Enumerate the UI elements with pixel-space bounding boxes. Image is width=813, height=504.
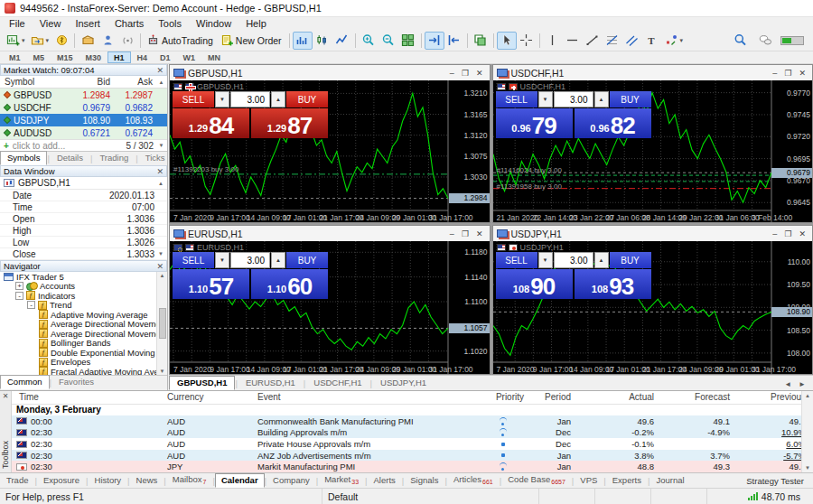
menu-item-file[interactable]: File (2, 18, 33, 29)
buy-price[interactable]: 1.1060 (251, 269, 328, 299)
timeframe-m15[interactable]: M15 (51, 51, 79, 63)
navigator-item[interactable]: ƒBollinger Bands (0, 339, 167, 349)
column-header-event[interactable]: Event (257, 392, 477, 402)
line-chart-mode-button[interactable] (332, 32, 352, 50)
menu-item-tools[interactable]: Tools (151, 18, 189, 29)
signals-broadcast-button[interactable] (117, 32, 137, 50)
market-watch-add-row[interactable]: + click to add... 5 / 302 ▼ (0, 139, 167, 151)
strategy-tester-link[interactable]: Strategy Tester (737, 476, 813, 488)
calendar-row[interactable]: 02:30AUDANZ Job Advertisements m/mJan3.8… (12, 450, 813, 462)
navigator-scrollbar[interactable]: ▲▼ (156, 272, 167, 375)
sell-price[interactable]: 1.2984 (173, 108, 249, 138)
chart-window-titlebar[interactable]: USDJPY,H1–❐✕ (493, 226, 813, 241)
column-header-priority[interactable]: Priority (477, 392, 529, 402)
sell-button[interactable]: SELL (496, 252, 537, 268)
bar-chart-mode-button[interactable] (293, 32, 313, 50)
close-icon[interactable]: ✕ (156, 66, 164, 75)
scroll-right-icon[interactable]: ► (799, 380, 806, 388)
chart-tab-usdchf[interactable]: USDCHF,H1 (305, 376, 369, 390)
column-header-actual[interactable]: Actual (571, 392, 654, 402)
timeframe-d1[interactable]: D1 (154, 51, 177, 63)
navigator-item[interactable]: -ƒTrend (0, 301, 167, 311)
chart-plot[interactable]: EURUSD,H1SELL▼3.00▲BUY1.10571.10601.1180… (170, 241, 490, 374)
toolbox-tab-articles[interactable]: Articles661 (447, 472, 500, 488)
calendar-scrollbar[interactable]: ▲ ▼ (801, 391, 813, 472)
toolbox-tab-market[interactable]: Market33 (318, 472, 365, 488)
connection-status[interactable]: 48.70 ms (706, 489, 813, 504)
volume-down-button[interactable]: ▼ (215, 252, 229, 268)
market-watch-row-gbpusd[interactable]: GBPUSD1.29841.2987 (0, 89, 167, 101)
collapse-icon[interactable]: - (15, 292, 23, 300)
minimize-button[interactable]: – (772, 69, 777, 78)
scroll-down-icon[interactable]: ▼ (158, 251, 164, 257)
new-chart-button[interactable]: ▾ (4, 32, 28, 50)
community-button[interactable] (98, 32, 117, 50)
scroll-up-icon[interactable]: ▲ (158, 181, 167, 186)
scroll-up-icon[interactable]: ▲ (805, 393, 810, 398)
new-order-button[interactable]: New Order (218, 32, 286, 50)
market-watch-tab-ticks[interactable]: Ticks (138, 151, 167, 165)
scrollbar-thumb[interactable] (159, 308, 166, 339)
autotrading-button[interactable]: AutoTrading (144, 32, 218, 50)
sell-button[interactable]: SELL (173, 252, 214, 268)
sell-button[interactable]: SELL (173, 91, 214, 107)
data-folder-button[interactable] (78, 32, 98, 50)
buy-price[interactable]: 0.9682 (575, 108, 651, 138)
market-watch-tab-trading[interactable]: Trading (92, 151, 136, 165)
toolbox-tab-company[interactable]: Company (266, 473, 316, 488)
buy-button[interactable]: BUY (286, 252, 328, 268)
volume-up-button[interactable]: ▲ (271, 91, 285, 107)
close-button[interactable]: ✕ (476, 69, 483, 78)
toolbox-tab-trade[interactable]: Trade (0, 473, 34, 488)
timeframe-h4[interactable]: H4 (131, 51, 154, 63)
market-watch-tab-symbols[interactable]: Symbols (0, 151, 47, 165)
volume-up-button[interactable]: ▲ (594, 252, 609, 268)
calendar-row[interactable]: 02:30AUDBuilding Approvals m/mDec-0.2%-4… (12, 427, 813, 439)
volume-up-button[interactable]: ▲ (594, 91, 609, 107)
text-tool-button[interactable]: T (642, 32, 662, 50)
toolbox-tab-journal[interactable]: Journal (649, 473, 690, 488)
toolbox-tab-code-base[interactable]: Code Base6657 (501, 472, 572, 488)
toolbox-tab-signals[interactable]: Signals (404, 473, 444, 488)
channel-tool-button[interactable] (622, 32, 642, 50)
calendar-row[interactable]: 02:30JPYMarkit Manufacturing PMIJan48.84… (12, 461, 813, 472)
column-header-symbol[interactable]: Symbol (0, 77, 70, 87)
buy-button[interactable]: BUY (610, 252, 651, 268)
menu-item-help[interactable]: Help (238, 18, 274, 29)
navigator-item[interactable]: ƒAverage Directional Movement (0, 329, 167, 339)
chart-plot[interactable]: GBPUSD,H1SELL▼3.00▲BUY1.29841.29871.3210… (170, 80, 490, 222)
candlestick-mode-button[interactable] (313, 32, 332, 50)
arrange-charts-button[interactable] (471, 32, 491, 50)
menu-item-charts[interactable]: Charts (107, 18, 151, 29)
navigator-item[interactable]: ƒEnvelopes (0, 358, 167, 368)
close-button[interactable]: ✕ (799, 69, 806, 78)
scroll-down-icon[interactable]: ▼ (805, 465, 810, 471)
trendline-tool-button[interactable] (583, 32, 603, 50)
chart-window-titlebar[interactable]: GBPUSD,H1–❐✕ (170, 65, 490, 80)
buy-price[interactable]: 10893 (575, 269, 651, 299)
navigator-item[interactable]: ƒAdaptive Moving Average (0, 310, 167, 320)
fibonacci-tool-button[interactable] (603, 32, 622, 50)
toolbox-tab-mailbox[interactable]: Mailbox7 (166, 472, 213, 488)
chart-tab-eurusd[interactable]: EURUSD,H1 (238, 376, 304, 390)
sell-button[interactable]: SELL (496, 91, 537, 107)
scroll-down-icon[interactable]: ▼ (155, 143, 167, 148)
profiles-button[interactable]: ▾ (28, 32, 52, 50)
maximize-button[interactable]: ❐ (784, 69, 791, 78)
column-header-period[interactable]: Period (529, 392, 571, 402)
column-header-forecast[interactable]: Forecast (654, 392, 730, 402)
chart-shift-button[interactable] (444, 32, 464, 50)
volume-input[interactable]: 3.00 (230, 91, 270, 107)
expand-icon[interactable]: + (15, 282, 23, 290)
chart-tab-gbpusd[interactable]: GBPUSD,H1 (169, 376, 235, 390)
auto-scroll-button[interactable] (425, 32, 444, 50)
chart-plot[interactable]: USDJPY,H1SELL▼3.00▲BUY1089010893110.0010… (493, 241, 813, 374)
close-icon[interactable]: ✕ (156, 167, 164, 176)
vertical-line-tool-button[interactable] (543, 32, 563, 50)
tile-windows-button[interactable] (398, 32, 418, 50)
calendar-row[interactable]: 00:00AUDCommonwealth Bank Manufacturing … (12, 415, 813, 427)
objects-tool-button[interactable]: ▾ (662, 32, 687, 50)
volume-up-button[interactable]: ▲ (271, 252, 285, 268)
scroll-up-icon[interactable]: ▲ (160, 273, 165, 278)
zoom-out-button[interactable] (378, 32, 398, 50)
